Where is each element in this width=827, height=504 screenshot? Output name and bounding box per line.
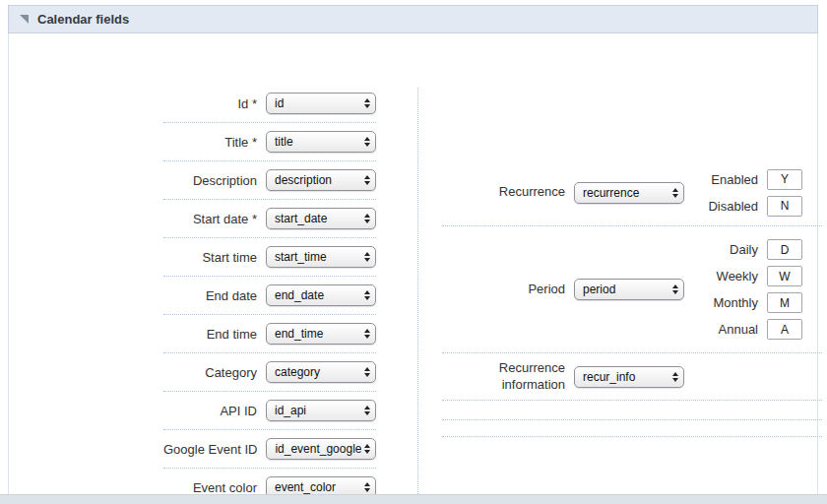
input-weekly[interactable] (767, 266, 802, 286)
select-recur_info[interactable]: recur_info (574, 366, 684, 388)
field-row: Start date * start_date (163, 200, 376, 238)
select-description[interactable]: description (266, 169, 376, 191)
field-label: End date (163, 288, 257, 303)
select-value: id (275, 96, 361, 110)
left-fields-column: Id * id Title * title Description descri… (163, 85, 376, 504)
select-value: title (275, 135, 361, 149)
field-label: Start time (163, 250, 257, 265)
panel-title: Calendar fields (37, 12, 129, 27)
field-row: Description description (163, 161, 376, 200)
select-value: start_time (275, 250, 361, 264)
select-stepper-icon (364, 406, 370, 415)
select-value: description (275, 173, 361, 187)
input-disabled[interactable] (767, 196, 802, 217)
field-label: Google Event ID (163, 442, 257, 457)
select-stepper-icon (672, 372, 678, 382)
empty-row (442, 420, 822, 437)
select-value: period (583, 283, 669, 296)
select-stepper-icon (364, 252, 370, 262)
field-label: Description (163, 173, 257, 188)
select-value: recurrence (583, 186, 669, 200)
select-value: recur_info (583, 370, 669, 384)
option-label: Annual (719, 322, 758, 337)
option-row: Enabled (708, 166, 802, 193)
select-stepper-icon (364, 444, 370, 454)
option-label: Monthly (713, 295, 758, 310)
field-row: Category category (163, 353, 376, 392)
select-stepper-icon (364, 137, 370, 147)
select-title[interactable]: title (266, 131, 376, 153)
select-start_date[interactable]: start_date (266, 208, 376, 229)
select-start_time[interactable]: start_time (266, 246, 376, 268)
select-stepper-icon (364, 175, 370, 185)
field-row: Start time start_time (163, 238, 376, 277)
field-label: Id * (163, 96, 257, 111)
select-id_api[interactable]: id_api (266, 400, 376, 421)
input-monthly[interactable] (767, 292, 802, 313)
select-stepper-icon (364, 290, 370, 300)
select-stepper-icon (364, 214, 370, 223)
option-row: Monthly (713, 289, 802, 316)
option-row: Disabled (708, 193, 802, 220)
option-list: Daily Weekly Monthly Annual (713, 236, 802, 343)
select-value: category (275, 365, 361, 379)
field-row: End date end_date (163, 277, 376, 315)
field-row: End time end_time (163, 315, 376, 353)
select-stepper-icon (364, 329, 370, 339)
panel-footer-bar (0, 494, 827, 504)
input-enabled[interactable] (767, 169, 802, 190)
field-label: End time (163, 327, 257, 342)
panel-body: Id * id Title * title Description descri… (8, 33, 818, 494)
field-label: Start date * (163, 212, 257, 226)
select-stepper-icon (364, 482, 370, 492)
select-id[interactable]: id (266, 93, 376, 114)
right-fields-column: Recurrence recurrence Enabled Disabled P… (442, 159, 822, 437)
field-row: API ID id_api (163, 392, 376, 430)
select-stepper-icon (672, 188, 678, 198)
panel-header[interactable]: Calendar fields (8, 5, 818, 33)
option-list: Enabled Disabled (708, 166, 802, 220)
select-end_date[interactable]: end_date (266, 284, 376, 306)
option-row: Annual (713, 316, 802, 343)
field-label: Recurrence (442, 184, 565, 200)
field-row: Id * id (163, 85, 376, 123)
input-annual[interactable] (767, 319, 802, 340)
select-value: id_event_google (275, 442, 361, 456)
option-label: Enabled (711, 172, 758, 187)
option-row: Daily (713, 236, 802, 263)
option-label: Disabled (708, 199, 758, 214)
select-value: start_date (275, 212, 361, 225)
select-value: event_color (275, 480, 361, 494)
field-label: Event color (163, 480, 257, 495)
field-label: Title * (163, 135, 257, 150)
field-label: Category (163, 365, 257, 380)
field-label: Period (442, 282, 565, 297)
field-label: Recurrence information (442, 360, 565, 393)
empty-row (442, 401, 822, 420)
field-section: Recurrence recurrence Enabled Disabled (442, 159, 822, 226)
calendar-fields-page: Calendar fields Id * id Title * title De… (0, 0, 827, 504)
collapse-triangle-icon (20, 15, 29, 24)
select-id_event_google[interactable]: id_event_google (266, 438, 376, 460)
option-row: Weekly (713, 263, 802, 289)
select-end_time[interactable]: end_time (266, 323, 376, 345)
select-stepper-icon (364, 98, 370, 108)
select-stepper-icon (364, 367, 370, 377)
field-row: Title * title (163, 123, 376, 161)
field-section: Period period Daily Weekly Monthly Annua… (442, 226, 822, 353)
column-divider (417, 88, 418, 504)
select-value: id_api (275, 404, 361, 417)
field-section: Recurrence information recur_info (442, 353, 822, 401)
field-label: API ID (163, 404, 257, 418)
select-category[interactable]: category (266, 361, 376, 383)
select-recurrence[interactable]: recurrence (574, 182, 684, 204)
option-label: Daily (730, 242, 758, 257)
input-daily[interactable] (767, 239, 802, 260)
select-stepper-icon (672, 284, 678, 294)
select-value: end_time (275, 327, 361, 341)
select-value: end_date (275, 288, 361, 302)
field-row: Google Event ID id_event_google (163, 430, 376, 469)
option-label: Weekly (717, 269, 758, 284)
select-period[interactable]: period (574, 279, 684, 300)
